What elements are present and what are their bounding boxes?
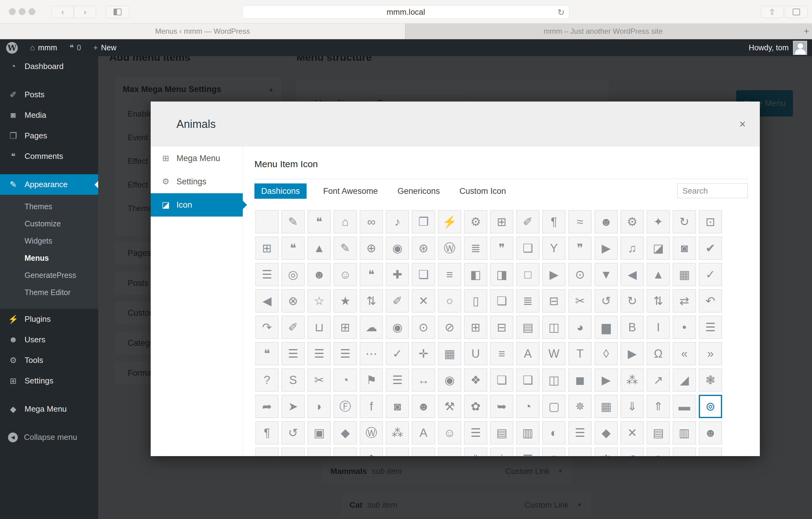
dashicons-cart-icon[interactable]: ⊔ bbox=[308, 316, 331, 339]
dashicons-admin-site-alt2-icon[interactable]: ◉ bbox=[386, 237, 409, 260]
dashicons-businessman-icon[interactable]: ☻ bbox=[699, 421, 722, 445]
dashicons-admin-site-alt3-icon[interactable]: ⊛ bbox=[412, 237, 435, 260]
sidebar-item-appearance[interactable]: ✎Appearance bbox=[0, 174, 98, 195]
dashicons-format-video-icon[interactable]: ▶ bbox=[594, 237, 618, 260]
dashicons-editor-underline-icon[interactable]: U bbox=[464, 342, 487, 365]
share-button[interactable]: ⇧ bbox=[761, 6, 783, 18]
sidebar-item-media[interactable]: ◙Media bbox=[0, 105, 98, 125]
dashicons-share-icon[interactable]: ⁂ bbox=[620, 368, 644, 392]
dashicons-networking-icon[interactable]: ⁂ bbox=[386, 421, 409, 445]
dashicons-arrow-right-alt2-icon[interactable]: ⇒ bbox=[412, 448, 435, 456]
sidebar-item-pages[interactable]: ❐Pages bbox=[0, 125, 98, 146]
window-minimize-button[interactable] bbox=[19, 8, 26, 15]
dashicons-chart-line-icon[interactable]: ↗ bbox=[646, 368, 670, 392]
dashicons-image-flip-vertical-icon[interactable]: ⇅ bbox=[646, 289, 670, 312]
dashicons-arrow-left-alt-icon[interactable]: ← bbox=[282, 448, 305, 456]
dashicons-image-rotate-right-icon[interactable]: ↻ bbox=[620, 289, 644, 312]
tab-custom-icon[interactable]: Custom Icon bbox=[456, 183, 509, 199]
dashicons-format-image-icon[interactable]: ◪ bbox=[646, 237, 670, 260]
dashicons-editor-spellcheck-icon[interactable]: ✓ bbox=[386, 342, 409, 365]
dashicons-twitter-icon[interactable]: ➤ bbox=[282, 395, 305, 418]
dashicons-editor-indent-icon[interactable]: » bbox=[699, 342, 722, 365]
new-content-menu[interactable]: + New bbox=[87, 39, 122, 56]
wp-logo-menu[interactable]: W bbox=[0, 39, 24, 56]
dashicons-editor-kitchensink-icon[interactable]: ▦ bbox=[438, 342, 461, 365]
dashicons-arrow-down-icon[interactable]: ▼ bbox=[594, 263, 618, 286]
dashicons-buddicons-forums-icon[interactable]: ☻ bbox=[568, 448, 592, 456]
modal-nav-mega-menu[interactable]: ⊞Mega Menu bbox=[151, 147, 243, 170]
submenu-item-widgets[interactable]: Widgets bbox=[0, 232, 98, 249]
dashicons-book-icon[interactable]: ▤ bbox=[490, 421, 514, 445]
dashicons-upload-icon[interactable]: ⇑ bbox=[646, 395, 670, 418]
dashicons-welcome-view-site-icon[interactable]: ⊡ bbox=[699, 210, 722, 234]
dashicons-redo-icon[interactable]: ↷ bbox=[255, 316, 279, 339]
dashicons-editor-bold-icon[interactable]: B bbox=[620, 316, 644, 339]
dashicons-editor-rtl-icon[interactable]: ¶ bbox=[255, 421, 279, 445]
dashicons-dismiss-icon[interactable]: ⊗ bbox=[282, 289, 305, 312]
dashicons-buddicons-replies-icon[interactable]: ↶ bbox=[620, 448, 644, 456]
dashicons-share-alt2-icon[interactable]: ➦ bbox=[255, 395, 279, 418]
sidebar-item-tools[interactable]: ⚙Tools bbox=[0, 350, 98, 370]
dashicons-format-audio-icon[interactable]: ♫ bbox=[620, 237, 644, 260]
dashicons-editor-ol-rtl-icon[interactable]: ☰ bbox=[255, 263, 279, 286]
dashicons-products-icon[interactable]: ▢ bbox=[542, 395, 566, 418]
dashicons-dashboard-icon[interactable]: ◔ bbox=[334, 368, 357, 392]
dashicons-align-left-icon[interactable]: ◧ bbox=[464, 263, 487, 286]
dashicons-align-none-icon[interactable]: □ bbox=[516, 263, 540, 286]
dashicons-editor-ol-icon[interactable]: ☰ bbox=[699, 316, 722, 339]
dashicons-video-alt2-icon[interactable]: ◼ bbox=[568, 368, 592, 392]
dashicons-facebook-alt-icon[interactable]: f bbox=[360, 395, 383, 418]
window-zoom-button[interactable] bbox=[29, 8, 35, 15]
dashicons-info-icon[interactable]: i bbox=[490, 448, 514, 456]
dashicons-update-alt-icon[interactable]: ↻ bbox=[673, 210, 696, 234]
dashicons-instagram-icon[interactable]: ◎ bbox=[282, 263, 305, 286]
dashicons-plus-icon[interactable]: ✚ bbox=[386, 263, 409, 286]
address-bar[interactable]: mmm.local ↻ bbox=[242, 5, 569, 19]
dashicons-groups-icon[interactable]: ☻ bbox=[412, 395, 435, 418]
dashicons-admin-appearance-icon[interactable]: ✎ bbox=[282, 210, 305, 234]
dashicons-lightbulb-icon[interactable]: ○ bbox=[255, 448, 279, 456]
refresh-icon[interactable]: ↻ bbox=[558, 7, 564, 18]
dashicons-text-page-icon[interactable]: ≣ bbox=[464, 237, 487, 260]
dashicons-menu-icon[interactable]: ☰ bbox=[568, 421, 592, 445]
dashicons-editor-ul-icon[interactable]: • bbox=[673, 316, 696, 339]
dashicons-admin-site-alt-icon[interactable]: ⊕ bbox=[360, 237, 383, 260]
dashicons-tide-icon[interactable]: ≈ bbox=[568, 210, 592, 234]
dashicons-leftright-icon[interactable]: ↔ bbox=[412, 368, 435, 392]
dashicons-chart-area-icon[interactable]: ◢ bbox=[673, 368, 696, 392]
dashicons-yes-alt-icon[interactable]: ✔ bbox=[699, 237, 722, 260]
dashicons-welcome-learn-more-icon[interactable]: ▲ bbox=[308, 237, 331, 260]
dashicons-format-status-icon[interactable]: ❝ bbox=[360, 263, 383, 286]
dashicons-screenoptions-icon[interactable]: ⊞ bbox=[464, 316, 487, 339]
dashicons-format-gallery-icon[interactable]: ❏ bbox=[490, 289, 514, 312]
dashicons-facebook-icon[interactable]: Ⓕ bbox=[334, 395, 357, 418]
dashicons-no-alt-icon[interactable]: ✕ bbox=[620, 421, 644, 445]
dashicons-admin-post-icon[interactable]: ✐ bbox=[516, 210, 540, 234]
dashicons-admin-site-icon[interactable]: ⊚ bbox=[699, 395, 722, 418]
dashicons-admin-settings-icon[interactable]: ⊞ bbox=[490, 210, 514, 234]
dashicons-editor-video-icon[interactable]: ▶ bbox=[620, 342, 644, 365]
dashicons-chart-bar-icon[interactable]: ▆ bbox=[594, 316, 618, 339]
dashicons-arrow-up-alt-icon[interactable]: ↑ bbox=[334, 448, 357, 456]
dashicons-buddicons-friends-icon[interactable]: ☻ bbox=[699, 448, 722, 456]
dashicons-location-icon[interactable]: ◉ bbox=[438, 368, 461, 392]
dashicons-businessperson-icon[interactable]: ☻ bbox=[308, 263, 331, 286]
tab-dashicons[interactable]: Dashicons bbox=[254, 183, 307, 199]
dashicons-exerpt-view-icon[interactable]: ⊟ bbox=[542, 289, 566, 312]
new-tab-button[interactable]: + bbox=[801, 24, 812, 39]
dashicons-performance-icon[interactable]: ◔ bbox=[516, 395, 540, 418]
dashicons-menu-alt-icon[interactable]: ☰ bbox=[386, 368, 409, 392]
dashicons-images-alt-icon[interactable]: ❏ bbox=[490, 368, 514, 392]
modal-nav-icon[interactable]: ◪Icon bbox=[151, 193, 243, 217]
dashicons-download-icon[interactable]: ⇓ bbox=[620, 395, 644, 418]
dashicons-shield-icon[interactable]: ◐ bbox=[542, 421, 566, 445]
dashicons-flag-icon[interactable]: ⚑ bbox=[360, 368, 383, 392]
dashicons-buddicons-community-icon[interactable]: ☻ bbox=[673, 448, 696, 456]
dashicons-post-status-icon[interactable]: ✐ bbox=[282, 316, 305, 339]
dashicons-welcome-write-blog-icon[interactable]: ✎ bbox=[334, 237, 357, 260]
dashicons-no-icon[interactable]: ✕ bbox=[412, 289, 435, 312]
dashicons-welcome-widgets-menus-icon[interactable]: ⊞ bbox=[255, 237, 279, 260]
dashicons-editor-help-icon[interactable]: ? bbox=[255, 368, 279, 392]
icon-search-input[interactable] bbox=[677, 183, 748, 198]
dashicons-portfolio-icon[interactable]: ▣ bbox=[308, 421, 331, 445]
